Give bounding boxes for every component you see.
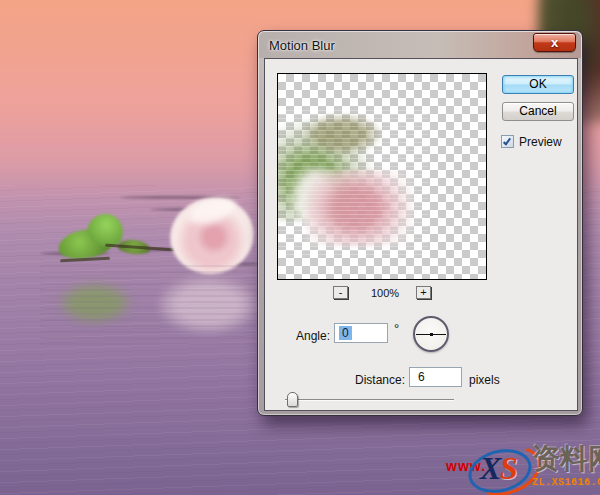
angle-dial-center-icon <box>430 333 433 336</box>
angle-unit: ° <box>394 321 399 336</box>
angle-input[interactable]: 0 <box>334 323 388 343</box>
filter-preview[interactable] <box>277 73 487 280</box>
motion-blur-dialog: Motion Blur x OK Cancel Preview - <box>257 30 583 416</box>
zoom-out-button[interactable]: - <box>333 286 348 299</box>
watermark: www. X S 资料网 ZL.XS1616.COM <box>444 444 600 495</box>
zoom-in-button[interactable]: + <box>416 286 431 299</box>
reflection-streaks <box>40 265 280 345</box>
distance-slider-track[interactable] <box>285 399 454 400</box>
photoshop-canvas: www. X S 资料网 ZL.XS1616.COM Motion Blur x… <box>0 0 600 495</box>
watermark-site-name: 资料网 <box>532 444 600 475</box>
preview-checkbox-label: Preview <box>519 135 562 149</box>
distance-unit: pixels <box>469 373 500 387</box>
close-button[interactable]: x <box>533 33 576 52</box>
distance-input[interactable]: 6 <box>409 367 462 387</box>
watermark-site-url: ZL.XS1616.COM <box>532 477 600 488</box>
angle-value: 0 <box>339 326 352 340</box>
dialog-content: OK Cancel Preview - 100% + Angle: 0 ° Di… <box>264 58 578 411</box>
watermark-logo-x: X <box>480 452 501 484</box>
preview-checkbox[interactable] <box>501 135 514 148</box>
zoom-level: 100% <box>360 287 410 299</box>
angle-label: Angle: <box>265 329 330 343</box>
cancel-button[interactable]: Cancel <box>502 102 574 121</box>
angle-dial[interactable] <box>413 316 449 352</box>
distance-slider-thumb[interactable] <box>287 392 298 407</box>
distance-label: Distance: <box>325 373 405 387</box>
watermark-logo-s: S <box>500 452 518 484</box>
checkmark-icon <box>503 137 511 146</box>
ok-button[interactable]: OK <box>502 75 574 94</box>
close-icon: x <box>534 35 575 51</box>
dialog-titlebar[interactable]: Motion Blur x <box>259 32 581 58</box>
dialog-title: Motion Blur <box>269 38 335 53</box>
preview-motion-streaks <box>278 110 428 255</box>
distance-value: 6 <box>418 370 425 384</box>
